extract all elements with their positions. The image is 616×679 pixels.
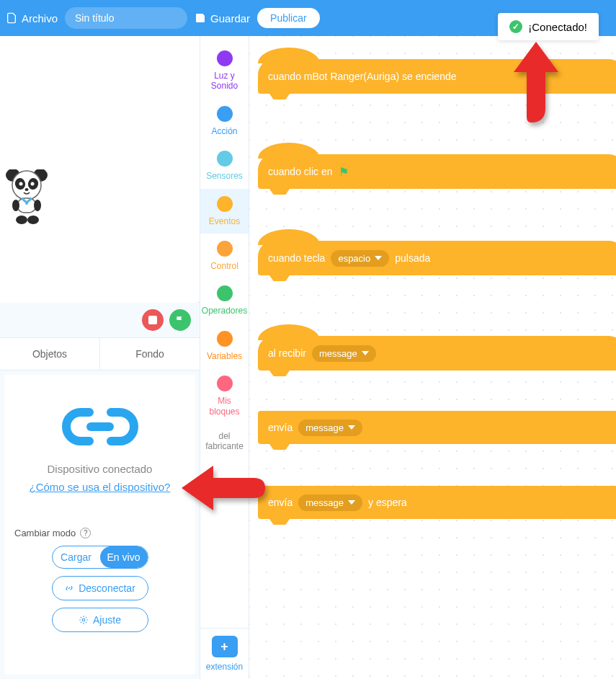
chevron-down-icon [348, 425, 355, 430]
category-rail: Luz y SonidoAcciónSensoresEventosControl… [200, 36, 249, 679]
block-prefix: cuando tecla [268, 252, 325, 264]
project-title-text: Sin título [75, 12, 114, 24]
svg-point-7 [25, 188, 29, 191]
category-eventos[interactable]: Eventos [200, 189, 249, 234]
file-menu-label: Archivo [22, 12, 58, 25]
tab-objects[interactable]: Objetos [0, 338, 99, 370]
connection-status-text: ¡Conectado! [528, 21, 587, 33]
tab-background[interactable]: Fondo [99, 338, 200, 370]
category-dot [217, 376, 233, 391]
category-variables[interactable]: Variables [200, 324, 249, 368]
category-luz-y-sonido[interactable]: Luz y Sonido [200, 43, 249, 99]
category-label: Variables [207, 351, 242, 361]
category-dot [217, 241, 233, 257]
svg-point-9 [12, 200, 19, 211]
block-suffix: y espera [368, 497, 407, 508]
svg-point-13 [27, 216, 39, 224]
stop-icon [148, 316, 157, 324]
message-dropdown[interactable]: message [312, 345, 376, 362]
svg-point-5 [19, 182, 23, 186]
check-icon: ✓ [509, 20, 522, 33]
device-panel: Dispositivo conectado ¿Cómo se usa el di… [4, 375, 195, 675]
file-menu[interactable]: Archivo [6, 12, 58, 25]
mode-toggle-load[interactable]: Cargar [53, 546, 100, 568]
disconnect-button[interactable]: Desconectar [52, 576, 148, 600]
block-send-message-wait[interactable]: envía message y espera [258, 486, 616, 519]
block-text: cuando mBot Ranger(Auriga) se enciende [268, 71, 457, 82]
block-text: cuando clic en [268, 166, 333, 177]
help-icon[interactable]: ? [80, 528, 91, 538]
device-help-link[interactable]: ¿Cómo se usa el dispositivo? [30, 479, 171, 494]
svg-point-10 [34, 200, 41, 211]
save-button[interactable]: Guardar [195, 12, 250, 25]
category-sensores[interactable]: Sensores [200, 143, 249, 188]
save-icon [195, 12, 206, 24]
category-label: Sensores [206, 171, 243, 181]
settings-button-label: Ajuste [93, 614, 121, 626]
settings-button[interactable]: Ajuste [52, 608, 148, 632]
project-title-input[interactable]: Sin título [65, 7, 187, 29]
chevron-down-icon [348, 500, 355, 505]
category-dot [217, 196, 233, 212]
svg-point-12 [16, 216, 27, 224]
svg-rect-14 [148, 316, 157, 324]
publish-button[interactable]: Publicar [257, 8, 320, 28]
message-dropdown[interactable]: message [298, 420, 362, 436]
publish-button-label: Publicar [270, 12, 307, 24]
category-label: Operadores [202, 306, 247, 316]
block-when-flag-clicked[interactable]: cuando clic en ⚑ [258, 154, 616, 189]
mode-toggle-live[interactable]: En vivo [100, 546, 148, 568]
connection-status-toast: ✓ ¡Conectado! [498, 13, 599, 40]
category-mis-bloques[interactable]: Mis bloques [200, 368, 249, 424]
stop-button[interactable] [142, 309, 164, 331]
chevron-down-icon [362, 351, 369, 355]
category-dot [217, 106, 233, 122]
category-control[interactable]: Control [200, 234, 249, 278]
file-icon [6, 12, 17, 24]
annotation-arrow-up [514, 42, 558, 123]
mode-toggle[interactable]: Cargar En vivo [52, 546, 148, 569]
category-label: Acción [211, 126, 237, 136]
svg-rect-8 [17, 198, 36, 213]
category-dot [217, 285, 233, 301]
category-label: Eventos [209, 216, 240, 226]
block-prefix: al recibir [268, 347, 306, 359]
unlink-icon [64, 583, 74, 593]
mode-row: Cambiar modo ? [13, 528, 91, 538]
block-when-receive[interactable]: al recibir message [258, 336, 616, 370]
add-extension-button[interactable]: + [212, 636, 238, 657]
category-dot [217, 331, 233, 347]
block-prefix: envía [268, 497, 293, 508]
block-when-power-on[interactable]: cuando mBot Ranger(Auriga) se enciende [258, 59, 616, 94]
annotation-arrow-left [182, 466, 265, 510]
svg-point-11 [25, 202, 28, 205]
category-dot [217, 50, 233, 66]
category-label: Luz y Sonido [211, 71, 238, 92]
mode-label: Cambiar modo [14, 528, 76, 538]
message-dropdown[interactable]: message [298, 494, 362, 511]
category-label: Control [210, 261, 238, 271]
device-status-text: Dispositivo conectado [48, 463, 153, 475]
block-when-key-pressed[interactable]: cuando tecla espacio pulsada [258, 241, 616, 275]
stage-controls [0, 303, 200, 337]
block-suffix: pulsada [395, 252, 430, 264]
tab-background-label: Fondo [135, 348, 164, 360]
block-send-message[interactable]: envía message [258, 411, 616, 444]
block-workspace[interactable]: cuando mBot Ranger(Auriga) se enciende c… [249, 36, 616, 679]
link-icon [61, 401, 140, 453]
go-button[interactable] [169, 309, 191, 331]
block-prefix: envía [268, 422, 293, 433]
chevron-down-icon [375, 256, 382, 260]
category-label: Mis bloques [209, 396, 239, 417]
add-extension-label: extensión [206, 662, 243, 672]
stage-canvas[interactable] [0, 36, 200, 303]
panda-sprite[interactable] [4, 169, 49, 226]
category-dot [217, 151, 233, 167]
category-acción[interactable]: Acción [200, 99, 249, 143]
key-dropdown[interactable]: espacio [331, 250, 389, 267]
category-operadores[interactable]: Operadores [200, 278, 249, 323]
category-del-fabricante[interactable]: del fabricante [200, 424, 249, 459]
flag-icon [175, 315, 185, 325]
svg-point-6 [31, 182, 35, 186]
category-label: del fabricante [205, 431, 244, 452]
